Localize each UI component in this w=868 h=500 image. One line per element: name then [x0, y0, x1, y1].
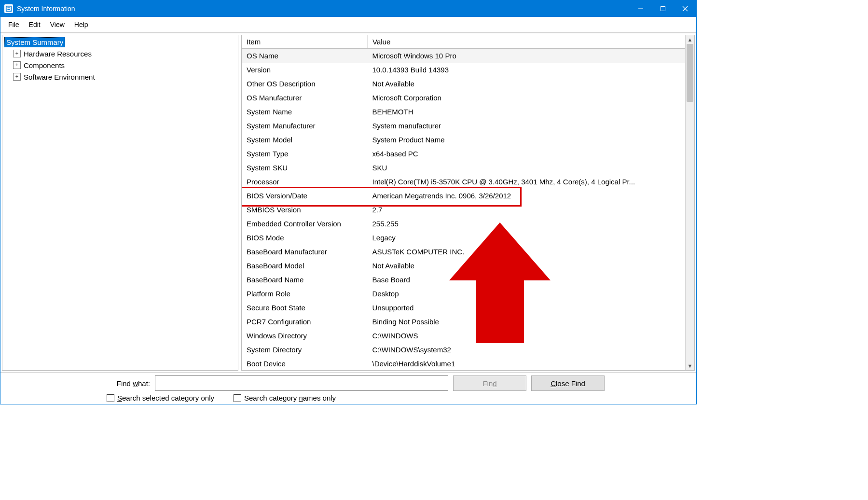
titlebar: System Information [0, 0, 696, 17]
svg-rect-1 [7, 7, 11, 11]
search-selected-category-checkbox[interactable]: Search selected category only [107, 394, 214, 402]
cell-item: System Model [242, 133, 368, 147]
search-category-names-checkbox[interactable]: Search category names only [234, 394, 336, 402]
category-tree[interactable]: System Summary + Hardware Resources + Co… [2, 35, 238, 371]
minimize-button[interactable] [630, 0, 652, 17]
cell-item: System SKU [242, 161, 368, 175]
close-button[interactable] [674, 0, 696, 17]
cell-item: System Name [242, 105, 368, 119]
cell-value: Microsoft Corporation [368, 91, 695, 105]
scroll-down-button[interactable]: ▼ [686, 361, 694, 370]
cell-item: Secure Boot State [242, 301, 368, 315]
table-row[interactable]: Embedded Controller Version255.255 [242, 217, 694, 231]
table-row[interactable]: System Typex64-based PC [242, 147, 694, 161]
scroll-thumb[interactable] [687, 44, 693, 102]
table-row[interactable]: BIOS ModeLegacy [242, 231, 694, 245]
cell-item: BIOS Mode [242, 231, 368, 245]
cell-value: Desktop [368, 287, 695, 301]
window-title: System Information [17, 5, 75, 13]
cell-value: System manufacturer [368, 119, 695, 133]
checkbox-icon [234, 394, 241, 402]
menu-view[interactable]: View [45, 19, 69, 30]
maximize-button[interactable] [652, 0, 674, 17]
close-find-button[interactable]: Close Find [531, 375, 605, 391]
table-row[interactable]: System ModelSystem Product Name [242, 133, 694, 147]
find-bar: Find what: Find Close Find Search select… [0, 372, 696, 404]
cell-value: Legacy [368, 231, 695, 245]
cell-item: Boot Device [242, 357, 368, 370]
cell-value: 2.7 [368, 203, 695, 217]
table-row[interactable]: System ManufacturerSystem manufacturer [242, 119, 694, 133]
table-row[interactable]: Windows DirectoryC:\WINDOWS [242, 329, 694, 343]
column-header-item[interactable]: Item [242, 35, 368, 49]
table-row[interactable]: BaseBoard NameBase Board [242, 273, 694, 287]
system-information-window: System Information File Edit View Help S… [0, 0, 697, 404]
expand-icon[interactable]: + [13, 50, 21, 57]
content-area: System Summary + Hardware Resources + Co… [0, 33, 696, 372]
find-button[interactable]: Find [453, 375, 526, 391]
table-row[interactable]: System DirectoryC:\WINDOWS\system32 [242, 343, 694, 357]
cell-item: PCR7 Configuration [242, 315, 368, 329]
details-panel: Item Value OS NameMicrosoft Windows 10 P… [241, 35, 695, 371]
cell-value: Not Available [368, 77, 695, 91]
app-icon [4, 4, 13, 13]
table-row[interactable]: System NameBEHEMOTH [242, 105, 694, 119]
table-row[interactable]: SMBIOS Version2.7 [242, 203, 694, 217]
table-row[interactable]: Platform RoleDesktop [242, 287, 694, 301]
checkbox-icon [107, 394, 114, 402]
cell-value: ASUSTeK COMPUTER INC. [368, 245, 695, 259]
expand-icon[interactable]: + [13, 61, 21, 69]
find-what-input[interactable] [155, 375, 448, 391]
vertical-scrollbar[interactable]: ▲ ▼ [685, 35, 694, 370]
cell-value: Microsoft Windows 10 Pro [368, 49, 695, 63]
tree-item-components[interactable]: + Components [13, 59, 236, 71]
table-row[interactable]: OS NameMicrosoft Windows 10 Pro [242, 49, 694, 63]
table-row[interactable]: BaseBoard ManufacturerASUSTeK COMPUTER I… [242, 245, 694, 259]
cell-item: Processor [242, 175, 368, 189]
table-row[interactable]: ProcessorIntel(R) Core(TM) i5-3570K CPU … [242, 175, 694, 189]
cell-item: BaseBoard Manufacturer [242, 245, 368, 259]
tree-item-software-environment[interactable]: + Software Environment [13, 71, 236, 83]
cell-value: System Product Name [368, 133, 695, 147]
table-row[interactable]: Other OS DescriptionNot Available [242, 77, 694, 91]
cell-value: C:\WINDOWS\system32 [368, 343, 695, 357]
cell-value: Base Board [368, 273, 695, 287]
menu-file[interactable]: File [3, 19, 24, 30]
details-table: Item Value OS NameMicrosoft Windows 10 P… [242, 35, 694, 370]
tree-item-label: Components [24, 61, 65, 69]
menubar: File Edit View Help [0, 17, 696, 33]
cell-item: Windows Directory [242, 329, 368, 343]
table-row[interactable]: BIOS Version/DateAmerican Megatrends Inc… [242, 189, 694, 203]
cell-item: OS Name [242, 49, 368, 63]
table-row[interactable]: PCR7 ConfigurationBinding Not Possible [242, 315, 694, 329]
tree-root-label: System Summary [4, 37, 65, 47]
tree-item-hardware-resources[interactable]: + Hardware Resources [13, 48, 236, 59]
cell-item: System Type [242, 147, 368, 161]
details-scroll[interactable]: Item Value OS NameMicrosoft Windows 10 P… [242, 35, 694, 370]
tree-root-system-summary[interactable]: System Summary [4, 36, 236, 48]
cell-item: BaseBoard Name [242, 273, 368, 287]
scroll-up-button[interactable]: ▲ [686, 35, 694, 44]
cell-value: Not Available [368, 259, 695, 273]
cell-item: Platform Role [242, 287, 368, 301]
column-header-value[interactable]: Value [368, 35, 695, 49]
table-row[interactable]: OS ManufacturerMicrosoft Corporation [242, 91, 694, 105]
tree-item-label: Software Environment [24, 73, 95, 81]
menu-edit[interactable]: Edit [24, 19, 45, 30]
table-row[interactable]: BaseBoard ModelNot Available [242, 259, 694, 273]
expand-icon[interactable]: + [13, 73, 21, 81]
table-row[interactable]: Boot Device\Device\HarddiskVolume1 [242, 357, 694, 370]
cell-value: Unsupported [368, 301, 695, 315]
cell-value: 255.255 [368, 217, 695, 231]
menu-help[interactable]: Help [69, 19, 93, 30]
cell-value: BEHEMOTH [368, 105, 695, 119]
cell-value: American Megatrends Inc. 0906, 3/26/2012 [368, 189, 695, 203]
table-row[interactable]: System SKUSKU [242, 161, 694, 175]
scroll-track[interactable] [686, 44, 694, 361]
table-row[interactable]: Version10.0.14393 Build 14393 [242, 63, 694, 77]
cell-item: SMBIOS Version [242, 203, 368, 217]
table-row[interactable]: Secure Boot StateUnsupported [242, 301, 694, 315]
cell-item: System Directory [242, 343, 368, 357]
cell-item: Other OS Description [242, 77, 368, 91]
svg-rect-2 [7, 7, 10, 8]
